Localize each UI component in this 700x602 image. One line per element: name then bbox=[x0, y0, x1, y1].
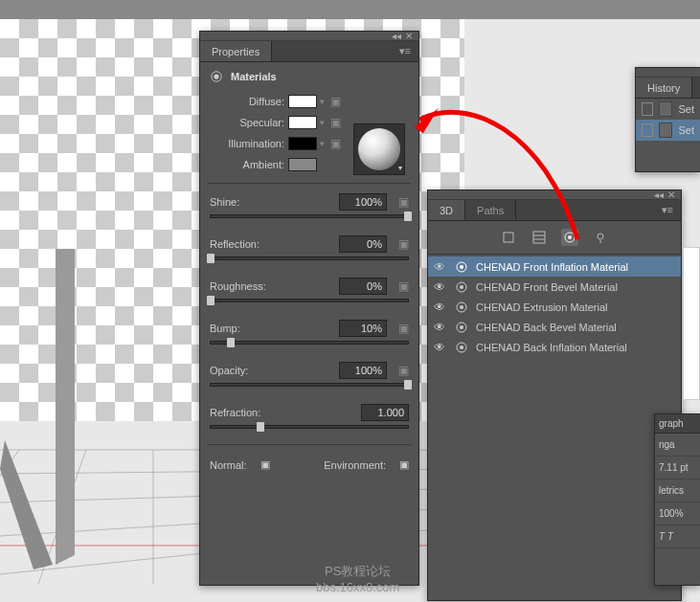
refraction-input[interactable]: 1.000 bbox=[361, 404, 409, 421]
folder-icon[interactable]: ▣ bbox=[330, 116, 341, 129]
shine-input[interactable]: 100% bbox=[339, 193, 387, 211]
specular-swatch[interactable] bbox=[288, 116, 317, 129]
svg-point-29 bbox=[460, 325, 463, 329]
panel-collapse-bar[interactable]: ◂◂✕ bbox=[200, 32, 418, 41]
tab-history[interactable]: History bbox=[636, 78, 692, 98]
3d-text-object bbox=[0, 249, 201, 593]
properties-panel: ◂◂✕ Properties ▾≡ Materials Diffuse:▾▣ S… bbox=[199, 31, 419, 586]
history-item[interactable]: Set bbox=[636, 99, 700, 120]
visibility-icon[interactable]: 👁 bbox=[434, 260, 447, 274]
font-size-field[interactable]: 7.11 pt bbox=[655, 457, 700, 479]
illumination-swatch[interactable] bbox=[288, 137, 317, 150]
ambient-swatch[interactable] bbox=[288, 158, 317, 171]
panel-collapse-bar[interactable] bbox=[636, 68, 700, 78]
panel-collapse-bar[interactable]: ◂◂✕ bbox=[428, 190, 681, 200]
history-step-icon bbox=[659, 123, 672, 138]
refraction-label: Refraction: bbox=[210, 407, 260, 418]
reflection-label: Reflection: bbox=[210, 238, 260, 250]
type-buttons[interactable]: T T bbox=[655, 525, 700, 548]
diffuse-label: Diffuse: bbox=[210, 96, 284, 107]
filter-scene-icon[interactable] bbox=[500, 229, 517, 246]
folder-icon[interactable]: ▣ bbox=[330, 137, 341, 150]
bump-input[interactable]: 10% bbox=[339, 320, 387, 337]
svg-point-20 bbox=[598, 234, 603, 239]
folder-icon[interactable]: ▣ bbox=[398, 237, 409, 251]
character-panel: graph nga 7.11 pt letrics 100% T T bbox=[654, 413, 700, 586]
materials-section-header: Materials bbox=[200, 62, 418, 91]
3d-panel: ◂◂✕ 3D Paths ▾≡ 👁CHENAD Front Inflation … bbox=[427, 190, 682, 601]
visibility-icon[interactable]: 👁 bbox=[434, 341, 447, 354]
refraction-slider[interactable] bbox=[210, 425, 409, 429]
environment-label: Environment: bbox=[324, 459, 386, 471]
shine-label: Shine: bbox=[210, 196, 239, 208]
watermark: PS教程论坛 bbs.16xx8.com bbox=[316, 564, 399, 596]
svg-point-13 bbox=[214, 74, 218, 78]
normal-label: Normal: bbox=[210, 459, 247, 471]
roughness-label: Roughness: bbox=[210, 280, 266, 292]
visibility-icon[interactable]: 👁 bbox=[434, 280, 447, 294]
filter-materials-icon[interactable] bbox=[561, 229, 578, 246]
opacity-input[interactable]: 100% bbox=[339, 362, 387, 379]
svg-marker-11 bbox=[0, 440, 53, 569]
list-item[interactable]: 👁CHENAD Back Bevel Material bbox=[428, 317, 681, 337]
app-top-bar bbox=[0, 0, 700, 19]
folder-icon[interactable]: ▣ bbox=[398, 195, 409, 209]
roughness-input[interactable]: 0% bbox=[339, 278, 387, 295]
material-preview-sphere[interactable]: ▾ bbox=[353, 123, 405, 175]
folder-icon[interactable]: ▣ bbox=[260, 458, 270, 471]
reflection-input[interactable]: 0% bbox=[339, 235, 387, 253]
specular-label: Specular: bbox=[210, 117, 284, 128]
svg-point-31 bbox=[460, 346, 463, 349]
folder-icon[interactable]: ▣ bbox=[330, 95, 341, 108]
ambient-label: Ambient: bbox=[210, 159, 284, 170]
visibility-icon[interactable]: 👁 bbox=[434, 301, 447, 314]
tab-paragraph[interactable]: graph bbox=[655, 414, 700, 434]
tab-properties[interactable]: Properties bbox=[200, 41, 272, 61]
diffuse-swatch[interactable] bbox=[288, 95, 317, 108]
folder-icon[interactable]: ▣ bbox=[398, 322, 409, 335]
opacity-label: Opacity: bbox=[210, 365, 248, 376]
panel-menu-icon[interactable]: ▾≡ bbox=[392, 41, 418, 61]
list-item[interactable]: 👁CHENAD Extrusion Material bbox=[428, 297, 681, 317]
aa-field[interactable]: letrics bbox=[655, 479, 700, 502]
roughness-slider[interactable] bbox=[210, 299, 409, 302]
history-item[interactable]: Set bbox=[636, 120, 700, 141]
material-list: 👁CHENAD Front Inflation Material 👁CHENAD… bbox=[428, 255, 681, 359]
visibility-icon[interactable]: 👁 bbox=[434, 321, 447, 334]
history-panel: History Set Set bbox=[635, 67, 700, 172]
font-family-field[interactable]: nga bbox=[655, 434, 700, 457]
scale-field[interactable]: 100% bbox=[655, 502, 700, 525]
filter-mesh-icon[interactable] bbox=[531, 229, 548, 246]
materials-icon bbox=[210, 70, 223, 83]
material-icon bbox=[455, 280, 468, 294]
svg-point-25 bbox=[460, 285, 463, 289]
bump-slider[interactable] bbox=[210, 341, 409, 345]
svg-point-27 bbox=[460, 305, 463, 309]
tab-paths[interactable]: Paths bbox=[465, 200, 516, 220]
svg-point-23 bbox=[460, 265, 463, 269]
folder-icon[interactable]: ▣ bbox=[399, 458, 409, 471]
folder-icon[interactable]: ▣ bbox=[398, 364, 409, 377]
svg-point-19 bbox=[568, 235, 572, 239]
list-item[interactable]: 👁CHENAD Back Inflation Material bbox=[428, 337, 681, 357]
tab-3d[interactable]: 3D bbox=[428, 200, 465, 220]
list-item[interactable]: 👁CHENAD Front Bevel Material bbox=[428, 277, 681, 297]
list-item[interactable]: 👁CHENAD Front Inflation Material bbox=[428, 256, 681, 277]
svg-rect-15 bbox=[533, 232, 545, 243]
folder-icon[interactable]: ▣ bbox=[398, 279, 409, 293]
document-window bbox=[683, 247, 700, 400]
shine-slider[interactable] bbox=[210, 214, 409, 218]
material-icon bbox=[455, 301, 468, 314]
svg-marker-10 bbox=[56, 249, 75, 565]
reflection-slider[interactable] bbox=[210, 256, 409, 260]
filter-lights-icon[interactable] bbox=[592, 229, 609, 246]
svg-rect-14 bbox=[504, 233, 513, 242]
illumination-label: Illumination: bbox=[210, 138, 284, 149]
bump-label: Bump: bbox=[210, 323, 240, 334]
material-icon bbox=[455, 260, 468, 274]
opacity-slider[interactable] bbox=[210, 383, 409, 387]
panel-menu-icon[interactable]: ▾≡ bbox=[654, 200, 681, 220]
history-step-icon bbox=[659, 101, 672, 117]
material-icon bbox=[455, 321, 468, 334]
material-icon bbox=[455, 341, 468, 354]
